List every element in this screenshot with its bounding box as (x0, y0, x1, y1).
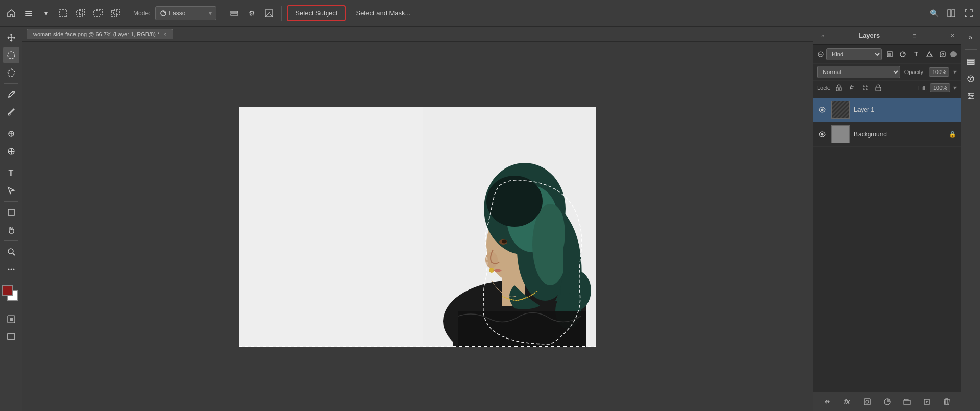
svg-point-75 (968, 93, 970, 95)
workspace-button[interactable] (944, 6, 959, 20)
add-selection-button[interactable] (74, 6, 88, 20)
select-subject-button[interactable]: Select Subject (287, 5, 346, 21)
layers-panel: « Layers ≡ × Kind (813, 27, 961, 411)
tool-separator-3 (4, 162, 18, 162)
link-layers-button[interactable] (821, 396, 834, 408)
clone-stamp-tool[interactable] (3, 126, 19, 142)
new-layer-button[interactable] (921, 396, 933, 408)
svg-rect-32 (10, 318, 13, 321)
svg-rect-54 (888, 53, 891, 56)
select-and-mask-button[interactable]: Select and Mask... (349, 5, 418, 21)
lock-pixels-button[interactable] (834, 83, 844, 93)
fill-value[interactable]: 100% (930, 83, 950, 92)
subtract-selection-button[interactable] (91, 6, 105, 20)
lock-label: Lock: (817, 85, 830, 91)
tool-options-icon[interactable] (21, 6, 36, 20)
layers-panel-menu-icon[interactable]: ≡ (912, 32, 916, 40)
home-button[interactable] (4, 6, 18, 20)
canvas-main: woman-side-face.png @ 66.7% (Layer 1, RG… (22, 27, 813, 411)
svg-rect-1 (25, 13, 32, 14)
brush-tool[interactable] (3, 104, 19, 120)
screen-mode-button[interactable] (3, 328, 19, 345)
quick-mask-button[interactable] (3, 311, 19, 327)
canvas-image: @keyframes marchDash { from { stroke-das… (239, 107, 596, 347)
text-filter-icon[interactable]: T (911, 49, 922, 60)
new-selection-button[interactable] (56, 6, 70, 20)
move-tool[interactable] (3, 30, 19, 46)
blend-mode-select[interactable]: Normal (817, 66, 900, 78)
svg-rect-0 (25, 11, 32, 12)
fx-button[interactable]: fx (841, 396, 853, 408)
layers-panel-header: « Layers ≡ × (813, 27, 961, 45)
tool-separator-6 (4, 280, 18, 280)
layers-icon-button[interactable] (963, 54, 978, 69)
svg-rect-33 (8, 334, 15, 339)
top-toolbar: ▾ Mode: Lasso ▾ (0, 0, 980, 27)
shape-tool[interactable] (3, 204, 19, 221)
fill-label: Fill: (918, 85, 927, 91)
collapse-panel-button[interactable]: » (963, 30, 978, 45)
svg-rect-70 (967, 61, 974, 63)
document-tab[interactable]: woman-side-face.png @ 66.7% (Layer 1, RG… (27, 29, 173, 39)
foreground-color-swatch[interactable] (2, 285, 13, 296)
smart-object-filter-icon[interactable] (937, 49, 948, 60)
layers-panel-close[interactable]: × (950, 32, 954, 39)
background-visibility-toggle[interactable] (817, 129, 827, 139)
adjustment-layer-button[interactable] (881, 396, 893, 408)
more-tools-button[interactable] (3, 261, 19, 277)
right-icons-separator (965, 49, 977, 50)
new-layer-group-button[interactable] (901, 396, 913, 408)
channels-icon-button[interactable] (963, 71, 978, 86)
zoom-tool[interactable] (3, 244, 19, 260)
text-tool[interactable]: T (3, 165, 19, 181)
layer1-visibility-toggle[interactable] (817, 105, 827, 115)
svg-point-43 (486, 176, 543, 227)
svg-point-26 (8, 249, 13, 254)
add-mask-button[interactable] (861, 396, 873, 408)
layer-kind-select[interactable]: Kind (826, 48, 882, 60)
adjustment-filter-icon[interactable] (897, 49, 909, 60)
search-toolbar-button[interactable]: 🔍 (927, 6, 941, 20)
lasso-tool[interactable] (3, 47, 19, 63)
layer1-thumbnail (831, 101, 850, 119)
tab-close-button[interactable]: × (163, 32, 166, 37)
delete-layer-button[interactable] (941, 396, 953, 408)
lock-artboard-button[interactable] (860, 83, 870, 93)
layers-button[interactable] (227, 6, 241, 20)
svg-line-27 (13, 253, 15, 255)
layer-item-background[interactable]: Background 🔒 (813, 122, 961, 147)
canvas-wrapper[interactable]: @keyframes marchDash { from { stroke-das… (22, 42, 813, 411)
tab-filename: woman-side-face.png @ 66.7% (Layer 1, RG… (33, 31, 159, 37)
properties-icon-button[interactable] (963, 88, 978, 104)
mode-select[interactable]: Lasso ▾ (155, 6, 216, 20)
main-area: T (0, 27, 980, 411)
opacity-value[interactable]: 100% (929, 67, 949, 77)
lock-position-button[interactable] (847, 83, 857, 93)
lock-all-button[interactable] (873, 83, 884, 93)
svg-point-29 (10, 269, 12, 270)
layer-item-layer1[interactable]: Layer 1 (813, 98, 961, 122)
tool-separator-7 (4, 308, 18, 308)
fill-dropdown-arrow[interactable]: ▾ (953, 84, 957, 91)
svg-point-57 (942, 53, 944, 55)
polygonal-lasso-tool[interactable] (3, 64, 19, 81)
fullscreen-button[interactable] (962, 6, 976, 20)
layer-settings-button[interactable]: ⚙ (244, 6, 259, 20)
color-swatches (2, 285, 20, 303)
pixel-filter-icon[interactable] (884, 49, 895, 60)
layer-kind-row: Kind T (813, 45, 961, 64)
eyedropper-tool[interactable] (3, 86, 19, 103)
svg-rect-16 (952, 10, 955, 17)
svg-rect-3 (60, 10, 67, 17)
opacity-dropdown-arrow[interactable]: ▾ (953, 68, 957, 76)
svg-rect-59 (838, 88, 840, 90)
shape-filter-icon[interactable] (924, 49, 935, 60)
path-select-tool[interactable] (3, 182, 19, 199)
layer-transform-button[interactable] (262, 6, 276, 20)
tool-options-dropdown[interactable]: ▾ (39, 6, 53, 20)
healing-brush-tool[interactable] (3, 143, 19, 159)
panel-collapse-left[interactable]: « (819, 33, 826, 39)
woman-figure-svg (423, 107, 596, 347)
hand-tool[interactable] (3, 222, 19, 238)
intersect-selection-button[interactable] (108, 6, 122, 20)
